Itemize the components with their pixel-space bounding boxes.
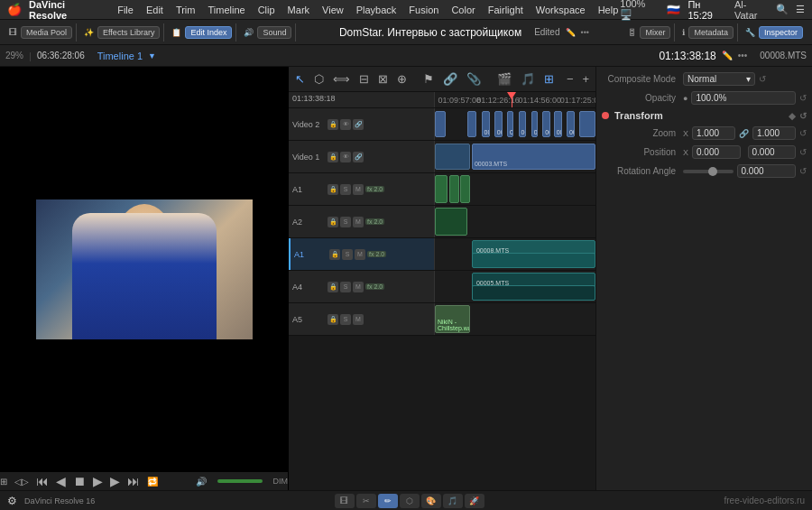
step-forward-icon[interactable]: ▶ [110, 474, 120, 488]
menu-help[interactable]: Help [596, 5, 621, 15]
menu-color[interactable]: Color [449, 5, 476, 15]
sound-button[interactable]: Sound [257, 26, 291, 39]
menu-playback[interactable]: Playback [355, 5, 399, 15]
ruler-marks[interactable]: 01:09:57:08 01:12:26:16 01:14:56:00 01:1… [435, 92, 595, 107]
position-x-value[interactable]: 0.000 [692, 145, 741, 159]
dropdown-icon[interactable]: ▼ [148, 51, 156, 60]
zoom-out-button[interactable]: − [564, 70, 577, 88]
tab-fairlight[interactable]: 🎵 [443, 494, 463, 508]
play-icon[interactable]: ▶ [93, 474, 103, 488]
v2-clip-3[interactable]: 000... [482, 111, 490, 137]
lock-a2-icon[interactable]: 🔒 [328, 217, 338, 227]
mute-a1-icon[interactable]: M [353, 184, 364, 195]
a4-clip-secondary[interactable] [472, 285, 595, 301]
menu-mark[interactable]: Mark [286, 5, 311, 15]
position-y-value[interactable]: 0.000 [748, 145, 797, 159]
marker-button[interactable]: 🔗 [440, 70, 460, 88]
timeline-name[interactable]: Timeline 1 [97, 51, 143, 61]
eye-v2-icon[interactable]: 👁 [340, 119, 351, 130]
link-v1-icon[interactable]: 🔗 [353, 152, 364, 162]
menu-timeline[interactable]: Timeline [206, 5, 246, 15]
menu-file[interactable]: File [115, 5, 135, 15]
zoom-x-value[interactable]: 1.000 [692, 126, 735, 140]
color-flag-button[interactable]: 📎 [464, 70, 484, 88]
lock-a4-icon[interactable]: 🔒 [328, 282, 338, 292]
eye-a2-icon[interactable]: S [340, 217, 351, 227]
v2-clip-6[interactable]: 00008 [519, 111, 527, 137]
edit-index-button[interactable]: Edit Index [185, 26, 232, 39]
track-v2-content[interactable]: 000... 000... 000... 00008 000... 000...… [435, 108, 595, 140]
select-tool-button[interactable]: ↖ [292, 70, 308, 88]
opacity-value[interactable]: 100.0% [691, 91, 796, 105]
v1-clip-2[interactable]: 00003.MTS [472, 144, 595, 170]
eye-a4-icon[interactable]: S [340, 282, 351, 292]
mute-a3-icon[interactable]: M [355, 249, 365, 260]
video-only-button[interactable]: 🎬 [494, 70, 514, 88]
v2-clip-10[interactable]: 000... [567, 111, 575, 137]
menu-edit[interactable]: Edit [144, 5, 165, 15]
lock-a3-icon[interactable]: 🔒 [329, 249, 340, 260]
rotation-slider-handle[interactable] [708, 167, 717, 176]
reset-zoom-icon[interactable]: ↺ [799, 128, 807, 138]
lock-v1-icon[interactable]: 🔒 [328, 152, 338, 162]
tab-media[interactable]: 🎞 [335, 494, 355, 508]
track-a4-content[interactable]: 00005.MTS [435, 271, 595, 302]
a3-clip-secondary[interactable] [472, 253, 595, 268]
reset-rotation-icon[interactable]: ↺ [799, 166, 807, 176]
mute-a4-icon[interactable]: M [353, 282, 364, 292]
link-zoom-icon[interactable]: 🔗 [739, 129, 749, 138]
v2-clip-5[interactable]: 000... [507, 111, 513, 137]
track-a2-content[interactable] [435, 206, 595, 237]
trim-tool-button[interactable]: ⬡ [311, 70, 327, 88]
skip-back-icon[interactable]: ⏮ [36, 474, 49, 488]
zoom-in-button[interactable]: + [580, 70, 593, 88]
skip-forward-icon[interactable]: ⏭ [127, 474, 140, 488]
tab-deliver[interactable]: 🚀 [465, 494, 484, 508]
v2-clip-2[interactable] [467, 111, 477, 137]
eye-a3-icon[interactable]: S [342, 249, 353, 260]
metadata-button[interactable]: Metadata [688, 26, 734, 39]
a1-clip-2[interactable] [449, 175, 459, 203]
menu-fairlight[interactable]: Fairlight [486, 5, 525, 15]
marker-icon[interactable]: ◁▷ [14, 477, 29, 487]
stop-icon[interactable]: ⏹ [73, 474, 86, 488]
slip-tool-button[interactable]: ⊠ [375, 70, 391, 88]
mute-a2-icon[interactable]: M [353, 217, 364, 227]
menu-clip[interactable]: Clip [256, 5, 277, 15]
eye-v1-icon[interactable]: 👁 [340, 152, 351, 162]
composite-mode-dropdown[interactable]: Normal ▾ [683, 72, 755, 86]
rotation-value[interactable]: 0.000 [737, 164, 797, 178]
v2-clip-4[interactable]: 000... [494, 111, 503, 137]
search-icon[interactable]: 🔍 [776, 4, 789, 15]
reset-position-icon[interactable]: ↺ [799, 147, 807, 157]
a1-clip-3[interactable] [460, 175, 470, 203]
loop-icon[interactable]: 🔁 [147, 477, 158, 487]
add-to-timeline-icon[interactable]: ⊞ [0, 477, 7, 487]
rotation-slider[interactable] [683, 170, 734, 173]
lock-a5-icon[interactable]: 🔒 [328, 314, 338, 325]
track-a5-content[interactable]: NikiN - Chillstep.wav [435, 303, 595, 335]
v1-clip-1[interactable] [435, 144, 470, 170]
transform-expand-icon[interactable]: ◆ [789, 111, 796, 121]
mixer-button[interactable]: Mixer [640, 26, 670, 39]
lock-v2-icon[interactable]: 🔒 [328, 119, 338, 130]
dynamic-trim-button[interactable]: ⟺ [330, 70, 353, 88]
speaker-icon[interactable]: 🔊 [196, 477, 207, 487]
v2-clip-9[interactable]: 00008 [554, 111, 562, 137]
v2-clip-1[interactable] [435, 111, 446, 137]
menu-view[interactable]: View [320, 5, 346, 15]
tab-cut[interactable]: ✂ [356, 494, 376, 508]
a2-clip-1[interactable] [435, 208, 467, 236]
eye-a5-icon[interactable]: S [340, 314, 351, 325]
reset-transform-icon[interactable]: ↺ [799, 111, 807, 121]
track-a1-content[interactable] [435, 173, 595, 205]
a1-clip-1[interactable] [435, 175, 448, 203]
link-v2-icon[interactable]: 🔗 [353, 119, 364, 130]
razor-button[interactable]: ⊟ [356, 70, 372, 88]
reset-opacity-icon[interactable]: ↺ [799, 93, 807, 103]
reset-composite-icon[interactable]: ↺ [759, 74, 766, 84]
media-pool-button[interactable]: Media Pool [21, 26, 72, 39]
volume-slider[interactable] [217, 479, 263, 483]
zoom-y-value[interactable]: 1.000 [752, 126, 796, 140]
v2-clip-11[interactable] [579, 111, 595, 137]
